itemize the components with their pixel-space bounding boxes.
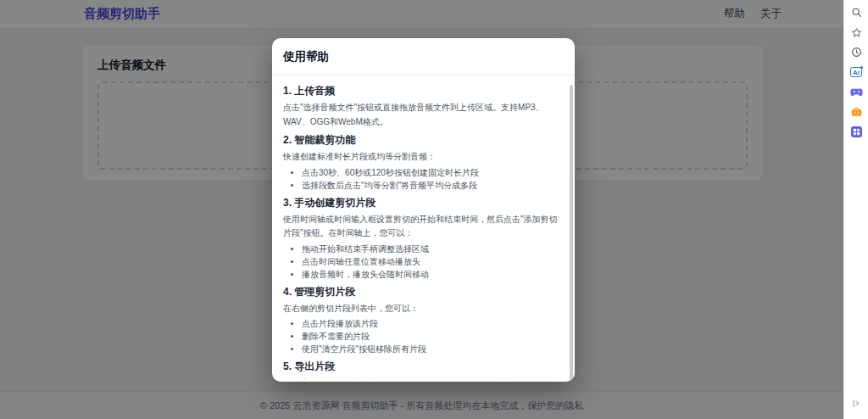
help-bullet-list: 点击片段播放该片段 删除不需要的片段 使用"清空片段"按钮移除所有片段	[283, 317, 558, 355]
help-bullet-item: 选择段数后点击"均等分割"将音频平均分成多段	[302, 179, 558, 192]
sidebar-favorites-button[interactable]	[846, 23, 866, 43]
sidebar-collapse-button[interactable]	[851, 397, 862, 412]
help-section-manage-clips: 4. 管理剪切片段 在右侧的剪切片段列表中，您可以： 点击片段播放该片段 删除不…	[283, 285, 558, 356]
help-bullet-item: 删除不需要的片段	[302, 330, 558, 343]
help-bullet-item: 播放音频时，播放头会随时间移动	[302, 268, 558, 281]
help-section-heading: 2. 智能裁剪功能	[283, 133, 558, 147]
help-bullet-item: 点击片段播放该片段	[302, 317, 558, 330]
help-modal-header: 使用帮助	[272, 38, 575, 75]
apps-grid-icon	[851, 126, 862, 137]
help-section-body: 点击"选择音频文件"按钮或直接拖放音频文件到上传区域。支持MP3、WAV、OGG…	[283, 101, 558, 129]
help-section-upload: 1. 上传音频 点击"选择音频文件"按钮或直接拖放音频文件到上传区域。支持MP3…	[283, 84, 558, 129]
help-bullet-item: 点击时间轴任意位置移动播放头	[302, 255, 558, 268]
help-section-export: 5. 导出片段 设置完所有需要的剪切片段后，可选择导出格式（WAV无损或MP3压…	[283, 360, 558, 379]
help-bullet-item: 拖动开始和结束手柄调整选择区域	[302, 243, 558, 255]
help-bullet-list: 点击30秒、60秒或120秒按钮创建固定时长片段 选择段数后点击"均等分割"将音…	[283, 166, 558, 192]
star-icon	[851, 27, 862, 38]
help-bullet-item: 点击30秒、60秒或120秒按钮创建固定时长片段	[302, 166, 558, 179]
help-section-body: 在右侧的剪切片段列表中，您可以：	[283, 302, 558, 316]
ai-icon: Ai	[850, 67, 862, 77]
help-section-smart-cut: 2. 智能裁剪功能 快速创建标准时长片段或均等分割音频： 点击30秒、60秒或1…	[283, 133, 558, 192]
clock-icon	[851, 47, 862, 58]
help-section-body: 设置完所有需要的剪切片段后，可选择导出格式（WAV无损或MP3压缩），点击"导出…	[283, 377, 558, 379]
help-bullet-item: 使用"清空片段"按钮移除所有片段	[302, 343, 558, 355]
sidebar-history-button[interactable]	[846, 42, 866, 63]
help-section-heading: 1. 上传音频	[283, 84, 558, 98]
help-modal-title: 使用帮助	[283, 49, 563, 64]
sidebar-games-button[interactable]	[846, 82, 866, 103]
screen: 音频剪切助手 帮助 关于 上传音频文件 © 2025 云浩资源网 音频剪切助手 …	[0, 0, 868, 419]
help-bullet-list: 拖动开始和结束手柄调整选择区域 点击时间轴任意位置移动播放头 播放音频时，播放头…	[283, 243, 558, 281]
search-icon	[851, 7, 862, 18]
sidebar-toolbox-button[interactable]	[846, 103, 866, 123]
toolbox-icon	[851, 107, 862, 117]
modal-scrollbar[interactable]	[570, 85, 573, 382]
collapse-panel-icon	[851, 398, 862, 409]
help-section-heading: 3. 手动创建剪切片段	[283, 196, 558, 210]
help-section-body: 使用时间轴或时间输入框设置剪切的开始和结束时间，然后点击"添加剪切片段"按钮。在…	[283, 213, 558, 241]
help-section-manual-cut: 3. 手动创建剪切片段 使用时间轴或时间输入框设置剪切的开始和结束时间，然后点击…	[283, 196, 558, 281]
help-modal: 使用帮助 1. 上传音频 点击"选择音频文件"按钮或直接拖放音频文件到上传区域。…	[272, 38, 575, 382]
sidebar-search-button[interactable]	[846, 3, 866, 23]
browser-sidebar: Ai	[843, 0, 868, 419]
sidebar-apps-button[interactable]	[846, 122, 866, 142]
sidebar-ai-assistant-button[interactable]: Ai	[846, 63, 866, 83]
gamepad-icon	[850, 88, 863, 97]
help-section-body: 快速创建标准时长片段或均等分割音频：	[283, 150, 558, 165]
help-section-heading: 4. 管理剪切片段	[283, 285, 558, 299]
help-section-heading: 5. 导出片段	[283, 360, 558, 373]
help-modal-body: 1. 上传音频 点击"选择音频文件"按钮或直接拖放音频文件到上传区域。支持MP3…	[272, 75, 575, 379]
